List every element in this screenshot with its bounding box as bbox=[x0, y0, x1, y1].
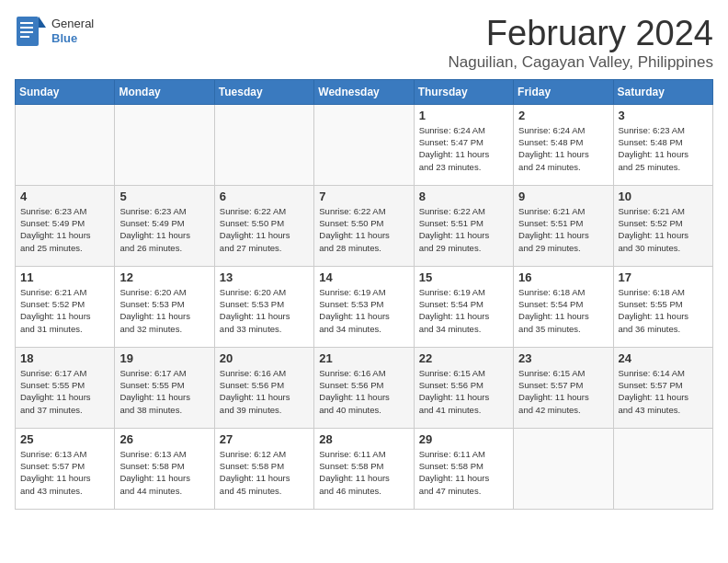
day-cell: 24Sunrise: 6:14 AM Sunset: 5:57 PM Dayli… bbox=[613, 347, 712, 428]
day-header-saturday: Saturday bbox=[613, 79, 712, 104]
day-cell: 8Sunrise: 6:22 AM Sunset: 5:51 PM Daylig… bbox=[414, 185, 513, 266]
day-info: Sunrise: 6:22 AM Sunset: 5:51 PM Dayligh… bbox=[419, 205, 508, 254]
day-cell: 9Sunrise: 6:21 AM Sunset: 5:51 PM Daylig… bbox=[514, 185, 613, 266]
day-info: Sunrise: 6:16 AM Sunset: 5:56 PM Dayligh… bbox=[220, 367, 309, 416]
day-cell: 27Sunrise: 6:12 AM Sunset: 5:58 PM Dayli… bbox=[214, 428, 313, 509]
day-header-thursday: Thursday bbox=[414, 79, 513, 104]
day-number: 23 bbox=[518, 351, 608, 365]
day-cell: 2Sunrise: 6:24 AM Sunset: 5:48 PM Daylig… bbox=[514, 104, 613, 185]
day-number: 2 bbox=[518, 109, 608, 122]
day-header-monday: Monday bbox=[115, 79, 214, 104]
day-cell: 20Sunrise: 6:16 AM Sunset: 5:56 PM Dayli… bbox=[214, 347, 313, 428]
day-cell bbox=[16, 104, 115, 185]
day-number: 15 bbox=[419, 270, 508, 284]
day-info: Sunrise: 6:20 AM Sunset: 5:53 PM Dayligh… bbox=[220, 286, 309, 335]
day-info: Sunrise: 6:18 AM Sunset: 5:54 PM Dayligh… bbox=[518, 286, 608, 335]
week-row-1: 1Sunrise: 6:24 AM Sunset: 5:47 PM Daylig… bbox=[16, 104, 713, 185]
day-info: Sunrise: 6:17 AM Sunset: 5:55 PM Dayligh… bbox=[20, 367, 109, 416]
header: General Blue February 2024 Naguilian, Ca… bbox=[15, 15, 713, 72]
day-info: Sunrise: 6:23 AM Sunset: 5:49 PM Dayligh… bbox=[119, 205, 209, 254]
day-number: 11 bbox=[20, 270, 109, 284]
day-number: 6 bbox=[220, 190, 309, 203]
day-number: 1 bbox=[419, 109, 508, 122]
day-info: Sunrise: 6:23 AM Sunset: 5:48 PM Dayligh… bbox=[619, 124, 708, 173]
svg-rect-3 bbox=[20, 27, 33, 29]
day-header-tuesday: Tuesday bbox=[214, 79, 313, 104]
day-cell: 10Sunrise: 6:21 AM Sunset: 5:52 PM Dayli… bbox=[613, 185, 712, 266]
day-info: Sunrise: 6:15 AM Sunset: 5:57 PM Dayligh… bbox=[518, 367, 608, 416]
day-info: Sunrise: 6:24 AM Sunset: 5:47 PM Dayligh… bbox=[419, 124, 508, 173]
logo-text: General Blue bbox=[51, 17, 94, 45]
day-cell: 13Sunrise: 6:20 AM Sunset: 5:53 PM Dayli… bbox=[214, 266, 313, 347]
day-info: Sunrise: 6:19 AM Sunset: 5:53 PM Dayligh… bbox=[319, 286, 408, 335]
day-number: 13 bbox=[220, 270, 309, 284]
day-cell: 19Sunrise: 6:17 AM Sunset: 5:55 PM Dayli… bbox=[115, 347, 214, 428]
location-title: Naguilian, Cagayan Valley, Philippines bbox=[448, 53, 713, 72]
day-number: 26 bbox=[119, 432, 209, 446]
day-number: 29 bbox=[419, 432, 508, 446]
week-row-4: 18Sunrise: 6:17 AM Sunset: 5:55 PM Dayli… bbox=[16, 347, 713, 428]
day-number: 17 bbox=[619, 270, 708, 284]
day-cell: 25Sunrise: 6:13 AM Sunset: 5:57 PM Dayli… bbox=[16, 428, 115, 509]
day-cell: 23Sunrise: 6:15 AM Sunset: 5:57 PM Dayli… bbox=[514, 347, 613, 428]
day-number: 21 bbox=[319, 351, 408, 365]
day-cell: 14Sunrise: 6:19 AM Sunset: 5:53 PM Dayli… bbox=[314, 266, 414, 347]
day-cell: 29Sunrise: 6:11 AM Sunset: 5:58 PM Dayli… bbox=[414, 428, 513, 509]
day-info: Sunrise: 6:21 AM Sunset: 5:52 PM Dayligh… bbox=[619, 205, 708, 254]
logo-icon bbox=[15, 15, 48, 48]
week-row-2: 4Sunrise: 6:23 AM Sunset: 5:49 PM Daylig… bbox=[16, 185, 713, 266]
day-cell: 3Sunrise: 6:23 AM Sunset: 5:48 PM Daylig… bbox=[613, 104, 712, 185]
svg-rect-4 bbox=[20, 31, 33, 33]
calendar-header: SundayMondayTuesdayWednesdayThursdayFrid… bbox=[16, 79, 713, 104]
day-cell: 21Sunrise: 6:16 AM Sunset: 5:56 PM Dayli… bbox=[314, 347, 414, 428]
day-cell: 15Sunrise: 6:19 AM Sunset: 5:54 PM Dayli… bbox=[414, 266, 513, 347]
day-cell bbox=[314, 104, 414, 185]
day-header-friday: Friday bbox=[514, 79, 613, 104]
day-cell: 5Sunrise: 6:23 AM Sunset: 5:49 PM Daylig… bbox=[115, 185, 214, 266]
svg-rect-2 bbox=[20, 22, 33, 24]
day-cell: 6Sunrise: 6:22 AM Sunset: 5:50 PM Daylig… bbox=[214, 185, 313, 266]
day-info: Sunrise: 6:12 AM Sunset: 5:58 PM Dayligh… bbox=[220, 448, 309, 497]
day-info: Sunrise: 6:23 AM Sunset: 5:49 PM Dayligh… bbox=[20, 205, 109, 254]
day-number: 19 bbox=[119, 351, 209, 365]
week-row-5: 25Sunrise: 6:13 AM Sunset: 5:57 PM Dayli… bbox=[16, 428, 713, 509]
day-number: 3 bbox=[619, 109, 708, 122]
day-cell bbox=[115, 104, 214, 185]
day-info: Sunrise: 6:22 AM Sunset: 5:50 PM Dayligh… bbox=[220, 205, 309, 254]
day-info: Sunrise: 6:18 AM Sunset: 5:55 PM Dayligh… bbox=[619, 286, 708, 335]
day-cell: 22Sunrise: 6:15 AM Sunset: 5:56 PM Dayli… bbox=[414, 347, 513, 428]
day-info: Sunrise: 6:15 AM Sunset: 5:56 PM Dayligh… bbox=[419, 367, 508, 416]
day-info: Sunrise: 6:22 AM Sunset: 5:50 PM Dayligh… bbox=[319, 205, 408, 254]
day-number: 7 bbox=[319, 190, 408, 203]
day-info: Sunrise: 6:20 AM Sunset: 5:53 PM Dayligh… bbox=[119, 286, 209, 335]
day-number: 14 bbox=[319, 270, 408, 284]
day-cell: 7Sunrise: 6:22 AM Sunset: 5:50 PM Daylig… bbox=[314, 185, 414, 266]
day-number: 16 bbox=[518, 270, 608, 284]
svg-rect-5 bbox=[20, 36, 29, 38]
day-info: Sunrise: 6:21 AM Sunset: 5:51 PM Dayligh… bbox=[518, 205, 608, 254]
week-row-3: 11Sunrise: 6:21 AM Sunset: 5:52 PM Dayli… bbox=[16, 266, 713, 347]
day-cell bbox=[214, 104, 313, 185]
day-number: 8 bbox=[419, 190, 508, 203]
day-info: Sunrise: 6:16 AM Sunset: 5:56 PM Dayligh… bbox=[319, 367, 408, 416]
day-cell bbox=[613, 428, 712, 509]
day-number: 27 bbox=[220, 432, 309, 446]
day-cell bbox=[514, 428, 613, 509]
day-cell: 12Sunrise: 6:20 AM Sunset: 5:53 PM Dayli… bbox=[115, 266, 214, 347]
day-cell: 4Sunrise: 6:23 AM Sunset: 5:49 PM Daylig… bbox=[16, 185, 115, 266]
title-area: February 2024 Naguilian, Cagayan Valley,… bbox=[448, 15, 713, 72]
day-number: 10 bbox=[619, 190, 708, 203]
day-cell: 18Sunrise: 6:17 AM Sunset: 5:55 PM Dayli… bbox=[16, 347, 115, 428]
day-number: 20 bbox=[220, 351, 309, 365]
day-header-sunday: Sunday bbox=[16, 79, 115, 104]
day-number: 4 bbox=[20, 190, 109, 203]
day-header-wednesday: Wednesday bbox=[314, 79, 414, 104]
day-cell: 26Sunrise: 6:13 AM Sunset: 5:58 PM Dayli… bbox=[115, 428, 214, 509]
day-number: 25 bbox=[20, 432, 109, 446]
day-number: 12 bbox=[119, 270, 209, 284]
day-number: 24 bbox=[619, 351, 708, 365]
day-info: Sunrise: 6:14 AM Sunset: 5:57 PM Dayligh… bbox=[619, 367, 708, 416]
day-info: Sunrise: 6:11 AM Sunset: 5:58 PM Dayligh… bbox=[319, 448, 408, 497]
day-info: Sunrise: 6:24 AM Sunset: 5:48 PM Dayligh… bbox=[518, 124, 608, 173]
day-info: Sunrise: 6:21 AM Sunset: 5:52 PM Dayligh… bbox=[20, 286, 109, 335]
